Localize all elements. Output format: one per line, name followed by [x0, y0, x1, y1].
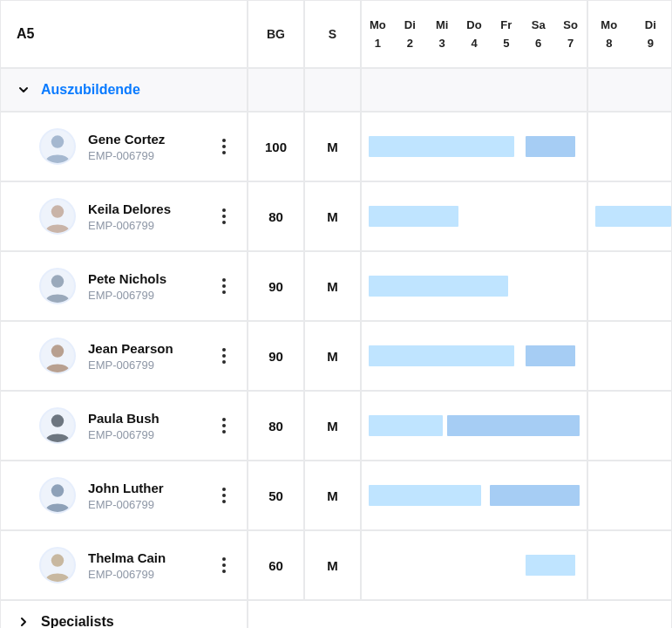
avatar: [39, 407, 76, 444]
s-cell: M: [304, 530, 361, 600]
group-title: Specialists: [41, 614, 114, 628]
employee-cell: Paula Bush EMP-006799: [0, 391, 248, 461]
avatar: [39, 198, 76, 235]
day-col: Mo8: [588, 1, 630, 67]
day-col: Di2: [394, 1, 426, 67]
timeline-week1[interactable]: [361, 112, 587, 181]
svg-point-1: [51, 205, 64, 217]
day-col: So7: [554, 1, 587, 67]
schedule-bar[interactable]: [369, 206, 458, 227]
header-corner: A5: [0, 0, 248, 68]
more-icon[interactable]: [214, 133, 234, 160]
day-col: Do4: [458, 1, 491, 67]
day-col: Fr5: [490, 1, 522, 67]
schedule-grid: A5 BG S Mo1 Di2 Mi3 Do4 Fr5 Sa6 So7 Mo8 …: [0, 0, 672, 628]
group-spacer: [248, 600, 672, 628]
timeline-week2[interactable]: [587, 181, 672, 251]
more-icon[interactable]: [214, 413, 234, 439]
bg-cell: 80: [248, 391, 304, 461]
timeline-week2[interactable]: [587, 112, 672, 181]
more-icon[interactable]: [214, 343, 234, 369]
timeline-week1[interactable]: [361, 251, 587, 321]
timeline-week1[interactable]: [361, 461, 587, 530]
timeline-week2[interactable]: [587, 251, 672, 321]
timeline-week1[interactable]: [361, 321, 587, 391]
schedule-bar[interactable]: [369, 415, 443, 436]
group-spacer: [587, 68, 672, 112]
employee-id: EMP-006799: [88, 149, 201, 162]
chevron-right-icon: [18, 617, 29, 627]
svg-point-6: [51, 554, 64, 566]
day-col: Mi3: [426, 1, 458, 67]
more-icon[interactable]: [214, 203, 234, 229]
bg-cell: 90: [248, 321, 304, 391]
schedule-bar[interactable]: [595, 206, 671, 227]
schedule-bar[interactable]: [369, 136, 515, 157]
employee-name: Gene Cortez: [88, 132, 201, 147]
avatar: [39, 338, 76, 374]
s-cell: M: [304, 461, 361, 530]
more-icon[interactable]: [214, 273, 234, 299]
schedule-bar[interactable]: [369, 276, 508, 297]
employee-cell: Jean Pearson EMP-006799: [0, 321, 248, 391]
svg-point-0: [51, 135, 64, 147]
timeline-week2[interactable]: [587, 321, 672, 391]
schedule-bar[interactable]: [526, 136, 575, 157]
schedule-bar[interactable]: [447, 415, 580, 436]
timeline-week1[interactable]: [361, 391, 587, 461]
group-header-auszubildende[interactable]: Auszubildende: [0, 68, 248, 112]
more-icon[interactable]: [214, 482, 234, 509]
day-col: Sa6: [522, 1, 554, 67]
timeline-week1[interactable]: [361, 530, 587, 600]
svg-point-2: [51, 275, 64, 287]
timeline-week2[interactable]: [587, 461, 672, 530]
avatar: [39, 128, 76, 165]
schedule-bar[interactable]: [526, 555, 575, 576]
schedule-bar[interactable]: [526, 345, 575, 366]
header-week1: Mo1 Di2 Mi3 Do4 Fr5 Sa6 So7: [361, 0, 587, 68]
timeline-week2[interactable]: [587, 530, 672, 600]
employee-name: John Luther: [88, 481, 201, 495]
schedule-bar[interactable]: [490, 485, 580, 506]
bg-cell: 100: [248, 112, 304, 181]
schedule-bar[interactable]: [369, 485, 481, 506]
employee-id: EMP-006799: [88, 428, 201, 441]
avatar: [39, 268, 76, 304]
employee-id: EMP-006799: [88, 289, 201, 302]
s-cell: M: [304, 251, 361, 321]
schedule-bar[interactable]: [369, 345, 515, 366]
employee-name: Keila Delores: [88, 201, 201, 216]
employee-id: EMP-006799: [88, 568, 201, 581]
header-col-bg: BG: [248, 0, 304, 68]
svg-point-3: [51, 345, 64, 357]
bg-cell: 50: [248, 461, 304, 530]
employee-cell: Gene Cortez EMP-006799: [0, 112, 248, 181]
svg-point-5: [51, 484, 64, 496]
timeline-week2[interactable]: [587, 391, 672, 461]
svg-point-4: [51, 414, 64, 427]
page-title: A5: [17, 26, 34, 42]
day-col: Mo1: [362, 1, 394, 67]
header-col-s: S: [304, 0, 361, 68]
employee-id: EMP-006799: [88, 498, 201, 511]
employee-name: Jean Pearson: [88, 341, 201, 356]
employee-name: Thelma Cain: [88, 550, 201, 565]
employee-id: EMP-006799: [88, 219, 201, 232]
day-col: Di9: [630, 1, 672, 67]
bg-cell: 60: [248, 530, 304, 600]
chevron-down-icon: [18, 85, 29, 95]
employee-id: EMP-006799: [88, 358, 201, 372]
timeline-week1[interactable]: [361, 181, 587, 251]
group-title: Auszubildende: [41, 82, 140, 98]
avatar: [39, 477, 76, 514]
header-week2: Mo8 Di9: [587, 0, 672, 68]
group-spacer: [361, 68, 587, 112]
s-cell: M: [304, 391, 361, 461]
employee-cell: Thelma Cain EMP-006799: [0, 530, 248, 600]
group-header-specialists[interactable]: Specialists: [0, 600, 248, 628]
bg-cell: 80: [248, 181, 304, 251]
bg-cell: 90: [248, 251, 304, 321]
avatar: [39, 547, 76, 584]
more-icon[interactable]: [214, 552, 234, 578]
employee-cell: Pete Nichols EMP-006799: [0, 251, 248, 321]
